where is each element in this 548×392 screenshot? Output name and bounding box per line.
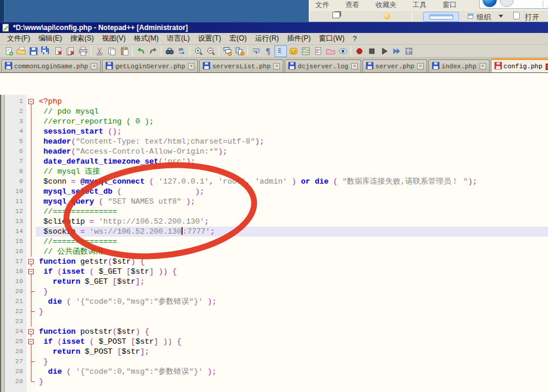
code-line-17[interactable]: 17function getstr($str) { [5, 257, 548, 267]
code-line-6[interactable]: 6 header("Access-Control-Allow-Origin:*"… [5, 147, 548, 157]
code-line-5[interactable]: 5 header("Content-Type: text/html;charse… [5, 137, 548, 147]
menu-item[interactable]: ? [349, 34, 361, 44]
code-line-16[interactable]: 16 // 公共函数调用 [5, 247, 548, 257]
explorer-menu-收藏夹[interactable]: 收藏夹 [375, 0, 397, 10]
document-monitor-icon[interactable] [336, 45, 349, 57]
code-line-18[interactable]: 18 if (isset ( $_GET [$str] )) { [5, 267, 548, 277]
view-selector-button[interactable] [423, 12, 459, 22]
menu-item[interactable]: 文件(F) [3, 32, 34, 45]
code-line-24[interactable]: 24function poststr($str) { [5, 327, 548, 337]
print-icon[interactable] [77, 45, 89, 57]
code-line-26[interactable]: 26 return $_POST [$str]; [5, 347, 548, 357]
code-line-23[interactable]: 23 [5, 317, 548, 327]
code-line-11[interactable]: 11 mysql_query ( "SET NAMES utf8" ); [5, 197, 548, 207]
code-line-28[interactable]: 28 die ( '{"code":0,"msg":"参数错误"}' ); [5, 367, 548, 377]
code-line-8[interactable]: 8 // mysql 连接 [5, 167, 548, 177]
fold-collapse-icon[interactable] [27, 257, 36, 267]
tab-commonLoginGame.php[interactable]: commonLoginGame.php× [1, 59, 101, 72]
close-all-icon[interactable] [64, 45, 77, 57]
menu-item[interactable]: 语言(L) [163, 32, 194, 45]
code-line-7[interactable]: 7 date_default_timezone_set('prc'); [5, 157, 548, 167]
close-icon[interactable] [52, 45, 64, 57]
tab-index.php[interactable]: index.php× [428, 59, 489, 72]
save-all-icon[interactable] [39, 45, 52, 57]
user-defined-language-icon[interactable] [287, 45, 299, 57]
code-line-29[interactable]: 29} [5, 377, 548, 387]
tab-server.php[interactable]: server.php× [362, 59, 427, 72]
macro-run-multiple-icon[interactable] [390, 45, 402, 57]
organize-button[interactable]: 组织 [477, 12, 491, 22]
new-file-icon[interactable] [2, 45, 15, 57]
tab-close-icon[interactable]: × [546, 64, 548, 70]
window-restore-icon[interactable] [332, 12, 340, 18]
redo-icon[interactable] [147, 45, 159, 57]
menu-item[interactable]: 运行(R) [251, 32, 283, 45]
tab-close-icon[interactable]: × [91, 63, 97, 69]
copy-icon[interactable] [105, 45, 118, 57]
explorer-menu-查看[interactable]: 查看 [345, 0, 359, 10]
code-line-14[interactable]: 14 $sockip = 'ws://106.52.200.130:7777'; [5, 227, 548, 237]
macro-save-icon[interactable] [402, 45, 415, 57]
sync-vertical-icon[interactable] [221, 45, 233, 57]
replace-icon[interactable]: ab [176, 45, 188, 57]
tab-close-icon[interactable]: × [188, 63, 194, 69]
code-line-10[interactable]: 10 mysql_select_db ( ); [5, 187, 548, 197]
menu-item[interactable]: 插件(P) [283, 32, 315, 45]
menu-item[interactable]: 设置(T) [194, 32, 225, 45]
secondary-circle-icon[interactable] [500, 0, 514, 7]
menu-item[interactable]: 宏(O) [225, 32, 250, 45]
code-line-22[interactable]: 22} [5, 307, 548, 317]
code-line-9[interactable]: 9 $conn = @mysql_connect ( '127.0.0.1', … [5, 177, 548, 187]
code-line-25[interactable]: 25 if (isset ( $_POST [$str] )) { [5, 337, 548, 347]
explorer-menu-工具[interactable]: 工具 [412, 0, 427, 10]
undo-icon[interactable] [134, 45, 147, 57]
globe-icon[interactable] [483, 0, 497, 7]
code-line-12[interactable]: 12 //============== [5, 207, 548, 217]
cut-icon[interactable] [93, 45, 105, 57]
code-line-4[interactable]: 4 session_start (); [5, 127, 548, 137]
function-list-icon[interactable] [312, 45, 324, 57]
code-line-1[interactable]: 1<?php [5, 97, 548, 107]
menu-item[interactable]: 格式(M) [130, 32, 163, 45]
chevron-down-icon[interactable] [499, 15, 503, 20]
code-line-27[interactable]: 27 } [5, 357, 548, 367]
paste-icon[interactable] [118, 45, 130, 57]
zoom-in-icon[interactable] [192, 45, 204, 57]
tab-serversList.php[interactable]: serversList.php× [199, 59, 283, 72]
code-line-15[interactable]: 15 //============== [5, 237, 548, 247]
show-all-characters-icon[interactable]: ¶ [262, 45, 275, 57]
macro-play-icon[interactable] [378, 45, 390, 57]
tab-close-icon[interactable]: × [480, 63, 486, 69]
fold-collapse-icon[interactable] [27, 327, 36, 337]
save-icon[interactable] [27, 45, 39, 57]
word-wrap-icon[interactable] [250, 45, 262, 57]
fold-collapse-icon[interactable] [27, 337, 36, 347]
tab-close-icon[interactable]: × [273, 63, 280, 69]
small-view-icon[interactable] [468, 14, 473, 19]
code-line-13[interactable]: 13 $clientip = 'http://106.52.200.130'; [5, 217, 548, 227]
tab-config.php[interactable]: config.php× [491, 58, 548, 73]
explorer-menu-窗口[interactable]: 窗口 [443, 0, 457, 10]
code-line-2[interactable]: 2 // pdo mysql [5, 107, 548, 117]
find-icon[interactable] [163, 45, 176, 57]
code-line-20[interactable]: 20 } [5, 287, 548, 297]
tab-close-icon[interactable]: × [417, 63, 424, 69]
indent-guide-icon[interactable] [275, 45, 287, 57]
open-file-icon[interactable] [15, 45, 27, 57]
macro-stop-icon[interactable] [365, 45, 378, 57]
tab-getLoginServer.php[interactable]: getLoginServer.php× [102, 59, 198, 72]
title-bar[interactable]: *D:\www\api\config.php - Notepad++ [Admi… [0, 22, 548, 33]
code-line-21[interactable]: 21 die ( '{"code":0,"msg":"参数错误"}' ); [5, 297, 548, 307]
menu-item[interactable]: 窗口(W) [315, 32, 348, 45]
open-button[interactable]: 打开 [525, 12, 539, 22]
folder-as-workspace-icon[interactable] [324, 45, 336, 57]
code-line-19[interactable]: 19 return $_GET [$str]; [5, 277, 548, 287]
tab-close-icon[interactable]: × [351, 63, 358, 69]
menu-item[interactable]: 编辑(E) [34, 32, 66, 45]
menu-item[interactable]: 搜索(S) [66, 32, 98, 45]
menu-item[interactable]: 视图(V) [98, 32, 130, 45]
macro-record-icon[interactable] [353, 45, 365, 57]
fold-collapse-icon[interactable] [27, 267, 36, 277]
explorer-menu-文件[interactable]: 文件 [315, 0, 329, 10]
code-line-3[interactable]: 3 //error_reporting ( 0 ); [5, 117, 548, 127]
